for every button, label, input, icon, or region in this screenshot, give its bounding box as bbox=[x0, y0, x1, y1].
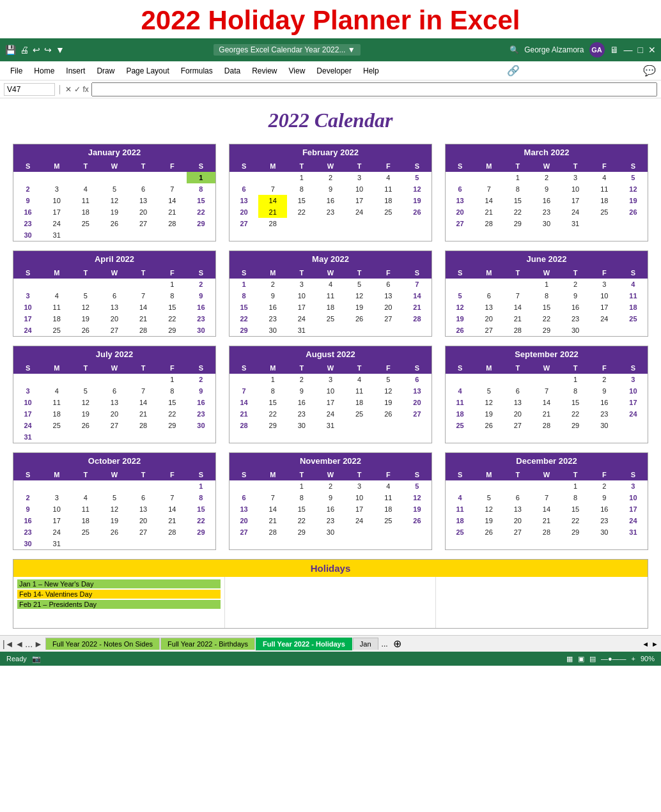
tab-birthdays[interactable]: Full Year 2022 - Birthdays bbox=[160, 638, 255, 650]
save-icon[interactable]: 💾 bbox=[5, 45, 16, 55]
calendar-day: 6 bbox=[229, 183, 258, 195]
calendar-day: 6 bbox=[503, 385, 532, 397]
tab-holidays[interactable]: Full Year 2022 - Holidays bbox=[256, 638, 352, 650]
calendar-day: 29 bbox=[258, 420, 287, 431]
tab-nav-right[interactable]: ► bbox=[34, 639, 43, 649]
calendar-day: 12 bbox=[71, 397, 100, 408]
zoom-slider[interactable]: —●—— bbox=[601, 655, 626, 663]
calendar-day: 26 bbox=[71, 420, 100, 431]
restore-icon[interactable]: 🖥 bbox=[610, 45, 619, 55]
calendar-day: 30 bbox=[13, 229, 42, 241]
day-header: T bbox=[561, 267, 590, 279]
comment-icon[interactable]: 💬 bbox=[643, 65, 656, 77]
calendar-day: 9 bbox=[590, 385, 619, 397]
menu-pagelayout[interactable]: Page Layout bbox=[121, 64, 174, 78]
calendar-day: 28 bbox=[403, 313, 432, 325]
print-icon[interactable]: 🖨 bbox=[20, 45, 29, 55]
calendar-day: 6 bbox=[100, 290, 128, 302]
close-icon[interactable]: ✕ bbox=[648, 45, 656, 55]
calendar-day: 22 bbox=[503, 206, 532, 218]
menu-developer[interactable]: Developer bbox=[311, 64, 357, 78]
fx-check-icon[interactable]: ✕ bbox=[65, 85, 72, 94]
undo-icon[interactable]: ↩ bbox=[33, 45, 40, 55]
cell-ref-input[interactable] bbox=[4, 83, 55, 96]
month-block-0: January 2022SMTWTFS123456789101112131415… bbox=[13, 144, 216, 241]
minimize-icon[interactable]: — bbox=[624, 45, 633, 55]
calendar-day: 3 bbox=[13, 290, 42, 302]
day-header: S bbox=[403, 469, 432, 480]
month-block-2: March 2022SMTWTFS12345678910111213141516… bbox=[445, 144, 648, 241]
view-page-icon[interactable]: ▤ bbox=[589, 655, 596, 663]
calendar-day: 9 bbox=[187, 290, 215, 302]
calendar-day bbox=[446, 374, 474, 385]
calendar-day bbox=[446, 480, 474, 492]
user-avatar[interactable]: GA bbox=[589, 42, 605, 57]
menu-formulas[interactable]: Formulas bbox=[176, 64, 218, 78]
tab-nav-left-left[interactable]: |◄ bbox=[3, 639, 14, 649]
search-icon[interactable]: 🔍 bbox=[509, 45, 519, 54]
calendar-day: 11 bbox=[42, 302, 71, 313]
calendar-day bbox=[100, 538, 128, 549]
calendar-day: 19 bbox=[71, 408, 100, 420]
view-layout-icon[interactable]: ▣ bbox=[578, 655, 584, 663]
formula-input[interactable] bbox=[91, 82, 657, 96]
tab-scroll-left[interactable]: ◄ bbox=[642, 640, 649, 648]
calendar-day: 17 bbox=[13, 408, 42, 420]
calendar-day: 27 bbox=[100, 325, 128, 336]
month-header-5: June 2022 bbox=[446, 251, 648, 267]
day-header: W bbox=[532, 469, 561, 480]
menu-review[interactable]: Review bbox=[247, 64, 282, 78]
calendar-day bbox=[590, 218, 619, 229]
calendar-day: 26 bbox=[100, 526, 128, 538]
tab-scroll-right[interactable]: ► bbox=[651, 640, 658, 648]
menu-home[interactable]: Home bbox=[29, 64, 59, 78]
day-header: F bbox=[590, 160, 619, 172]
tab-nav-left[interactable]: ◄ bbox=[15, 639, 24, 649]
maximize-icon[interactable]: □ bbox=[638, 45, 643, 55]
view-normal-icon[interactable]: ▦ bbox=[566, 655, 573, 663]
calendar-day: 18 bbox=[42, 408, 71, 420]
calendar-day: 29 bbox=[229, 325, 258, 336]
calendar-day: 31 bbox=[42, 229, 71, 241]
menu-help[interactable]: Help bbox=[358, 64, 384, 78]
redo-icon[interactable]: ↪ bbox=[44, 45, 52, 55]
day-header: W bbox=[100, 267, 128, 279]
calendar-day: 4 bbox=[374, 480, 403, 492]
calendar-area: 2022 Calendar January 2022SMTWTFS1234567… bbox=[0, 98, 661, 635]
menu-file[interactable]: File bbox=[5, 64, 27, 78]
calendar-day: 10 bbox=[42, 503, 71, 515]
calendar-day: 6 bbox=[129, 183, 158, 195]
calendar-day: 11 bbox=[374, 183, 403, 195]
tab-add-button[interactable]: ⊕ bbox=[393, 638, 401, 650]
day-header: S bbox=[229, 469, 258, 480]
day-header: F bbox=[374, 267, 403, 279]
calendar-day: 27 bbox=[503, 526, 532, 538]
calendar-day bbox=[42, 480, 71, 492]
calendar-day: 4 bbox=[42, 290, 71, 302]
calendar-day: 18 bbox=[71, 515, 100, 526]
menu-insert[interactable]: Insert bbox=[61, 64, 90, 78]
day-header: M bbox=[258, 362, 287, 374]
calendar-day: 25 bbox=[42, 325, 71, 336]
calendar-day: 13 bbox=[229, 195, 258, 206]
share-icon[interactable]: 🔗 bbox=[507, 65, 520, 77]
calendar-day: 10 bbox=[619, 385, 648, 397]
calendar-day: 14 bbox=[229, 397, 258, 408]
tab-notes-on-sides[interactable]: Full Year 2022 - Notes On Sides bbox=[45, 638, 160, 650]
tab-jan[interactable]: Jan bbox=[353, 638, 378, 650]
calendar-day bbox=[374, 325, 403, 336]
calendar-day bbox=[345, 526, 374, 538]
menubar: File Home Insert Draw Page Layout Formul… bbox=[0, 61, 661, 80]
menu-view[interactable]: View bbox=[284, 64, 311, 78]
calendar-day: 12 bbox=[403, 183, 432, 195]
calendar-day: 27 bbox=[446, 218, 474, 229]
dropdown-icon[interactable]: ▼ bbox=[56, 45, 65, 55]
calendar-day: 17 bbox=[561, 195, 590, 206]
calendar-day: 22 bbox=[158, 313, 187, 325]
menu-data[interactable]: Data bbox=[219, 64, 245, 78]
tab-dots[interactable]: ... bbox=[25, 639, 33, 649]
menu-draw[interactable]: Draw bbox=[91, 64, 120, 78]
fx-cancel-icon[interactable]: ✓ bbox=[74, 85, 81, 94]
calendar-day: 29 bbox=[503, 218, 532, 229]
day-header: S bbox=[446, 267, 474, 279]
